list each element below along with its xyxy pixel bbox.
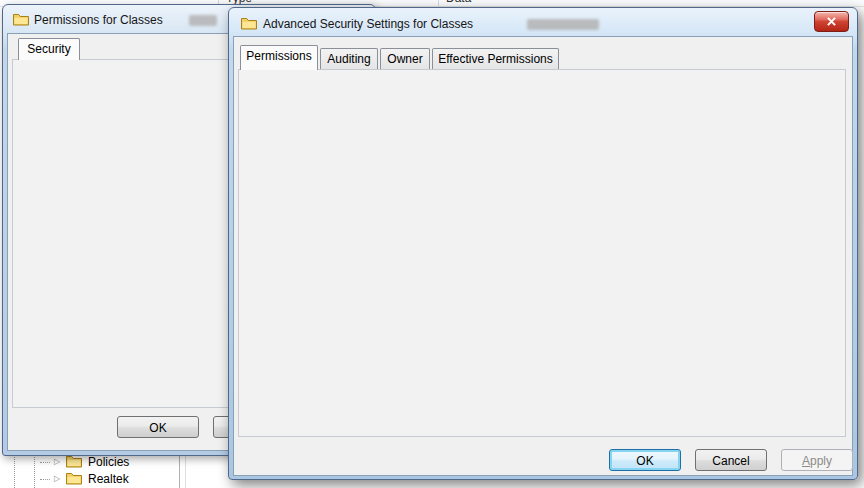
ok-button[interactable]: OK xyxy=(117,416,199,438)
tab-label: Auditing xyxy=(327,52,370,66)
dialog-title: Advanced Security Settings for Classes xyxy=(263,17,473,31)
screen: Type Data ▷ Policies ▷ Realtek Per xyxy=(0,0,864,488)
dialog-client: Permissions Auditing Owner Effective Per… xyxy=(233,36,853,476)
tree-connector xyxy=(40,479,50,480)
tab-auditing[interactable]: Auditing xyxy=(320,48,378,70)
close-button[interactable] xyxy=(814,11,849,32)
folder-icon xyxy=(241,17,257,30)
tab-owner[interactable]: Owner xyxy=(380,48,430,70)
tab-label: Security xyxy=(27,42,70,56)
tab-label: Permissions xyxy=(246,49,311,63)
folder-icon xyxy=(13,13,29,26)
tab-label: Owner xyxy=(387,52,422,66)
folder-icon xyxy=(66,472,82,488)
tab-label: Effective Permissions xyxy=(438,52,553,66)
expand-triangle-icon[interactable]: ▷ xyxy=(54,456,60,468)
column-separator xyxy=(438,0,439,6)
tree-item-label: Policies xyxy=(88,455,129,469)
permissions-tab-page xyxy=(238,69,846,437)
tree-item-realtek[interactable]: ▷ Realtek xyxy=(0,471,228,487)
close-icon xyxy=(826,17,837,26)
tree-item-label: Realtek xyxy=(88,472,129,486)
redacted-text xyxy=(527,19,599,30)
expand-triangle-icon[interactable]: ▷ xyxy=(54,473,60,485)
tab-permissions[interactable]: Permissions xyxy=(240,45,318,70)
redacted-text xyxy=(189,15,217,26)
cancel-button[interactable]: Cancel xyxy=(695,449,767,471)
tab-security[interactable]: Security xyxy=(18,38,80,60)
tree-connector xyxy=(40,462,50,463)
ok-button[interactable]: OK xyxy=(609,449,681,471)
regedit-column-data[interactable]: Data xyxy=(446,0,471,5)
advanced-security-dialog: Advanced Security Settings for Classes P… xyxy=(228,7,858,480)
tree-item-policies[interactable]: ▷ Policies xyxy=(0,454,228,470)
dialog-title: Permissions for Classes xyxy=(34,13,163,27)
folder-icon xyxy=(66,455,82,471)
tab-effective-permissions[interactable]: Effective Permissions xyxy=(432,48,559,70)
apply-button[interactable]: Apply xyxy=(781,449,853,471)
